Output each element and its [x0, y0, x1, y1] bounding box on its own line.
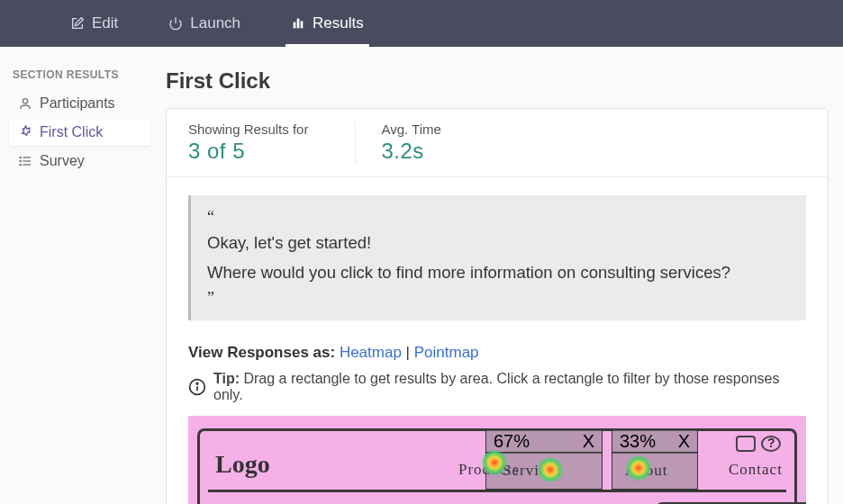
prompt-line: Where would you click to find more infor… — [207, 258, 790, 286]
heat-spot — [538, 457, 563, 482]
results-panel: Showing Results for 3 of 5 Avg. Time 3.2… — [166, 108, 829, 504]
tab-results[interactable]: Results — [266, 0, 389, 47]
power-icon — [168, 16, 183, 31]
stat-showing: Showing Results for 3 of 5 — [188, 122, 356, 164]
svg-point-13 — [196, 382, 198, 384]
tip-text: Drag a rectangle to get results by area.… — [213, 371, 779, 402]
svg-point-9 — [20, 160, 21, 161]
svg-point-4 — [23, 99, 27, 104]
region-percent: 33% — [620, 431, 678, 452]
mock-nav-item: Contact — [729, 461, 783, 479]
bars-icon — [291, 16, 305, 31]
page-title: First Click — [166, 68, 829, 94]
close-icon[interactable]: X — [678, 431, 690, 452]
click-region-1[interactable]: 67% X — [485, 429, 603, 454]
tab-label: Results — [313, 14, 364, 32]
comment-icon — [736, 436, 756, 452]
sidebar-item-survey[interactable]: Survey — [9, 148, 151, 175]
sidebar-item-label: Survey — [40, 153, 85, 169]
top-nav: Edit Launch Results — [0, 0, 843, 47]
tip-row: Tip: Drag a rectangle to get results by … — [167, 365, 828, 416]
close-icon[interactable]: X — [583, 431, 594, 452]
heatmap-image[interactable]: Logo Products 25% OFF wwww wwwwww 67% X … — [188, 416, 806, 504]
heat-spot — [626, 455, 651, 481]
mock-logo: Logo — [215, 450, 270, 479]
list-icon — [18, 154, 32, 168]
click-region-2[interactable]: 33% X — [612, 429, 698, 454]
sidebar-item-label: First Click — [40, 124, 103, 140]
svg-rect-2 — [297, 19, 300, 29]
prompt-line: Okay, let's get started! — [207, 229, 790, 256]
stat-value: 3 of 5 — [188, 139, 308, 164]
view-option-heatmap[interactable]: Heatmap — [340, 344, 402, 361]
quote-close-icon: ” — [207, 289, 790, 308]
task-prompt: “ Okay, let's get started! Where would y… — [188, 195, 806, 320]
stat-label: Showing Results for — [188, 122, 308, 137]
help-icon — [761, 436, 781, 452]
pin-icon — [18, 125, 32, 140]
view-option-pointmap[interactable]: Pointmap — [414, 344, 479, 361]
region-percent: 67% — [494, 431, 583, 452]
svg-point-10 — [20, 164, 21, 165]
view-label: View Responses as: — [188, 344, 335, 361]
sidebar-item-label: Participants — [40, 95, 115, 112]
tip-label: Tip: — [213, 371, 240, 386]
tab-label: Edit — [92, 14, 118, 32]
stats-bar: Showing Results for 3 of 5 Avg. Time 3.2… — [167, 109, 828, 177]
sidebar-item-first-click[interactable]: First Click — [9, 119, 151, 146]
svg-rect-3 — [301, 21, 304, 28]
sidebar: SECTION RESULTS Participants First Click… — [0, 47, 151, 504]
user-icon — [18, 96, 32, 111]
sidebar-item-participants[interactable]: Participants — [9, 90, 151, 117]
tab-label: Launch — [190, 14, 240, 32]
svg-point-8 — [20, 157, 21, 158]
heat-spot — [482, 450, 507, 475]
tab-launch[interactable]: Launch — [143, 0, 266, 47]
stat-value: 3.2s — [381, 139, 440, 164]
quote-open-icon: “ — [207, 208, 790, 227]
stat-avg-time: Avg. Time 3.2s — [381, 122, 487, 164]
tab-edit[interactable]: Edit — [45, 0, 143, 47]
view-responses-row: View Responses as: Heatmap | Pointmap — [167, 338, 828, 365]
content: First Click Showing Results for 3 of 5 A… — [151, 47, 843, 504]
edit-icon — [70, 16, 85, 31]
sidebar-title: SECTION RESULTS — [9, 68, 151, 81]
stat-label: Avg. Time — [381, 122, 440, 137]
info-icon — [188, 378, 206, 396]
svg-rect-1 — [294, 22, 296, 29]
